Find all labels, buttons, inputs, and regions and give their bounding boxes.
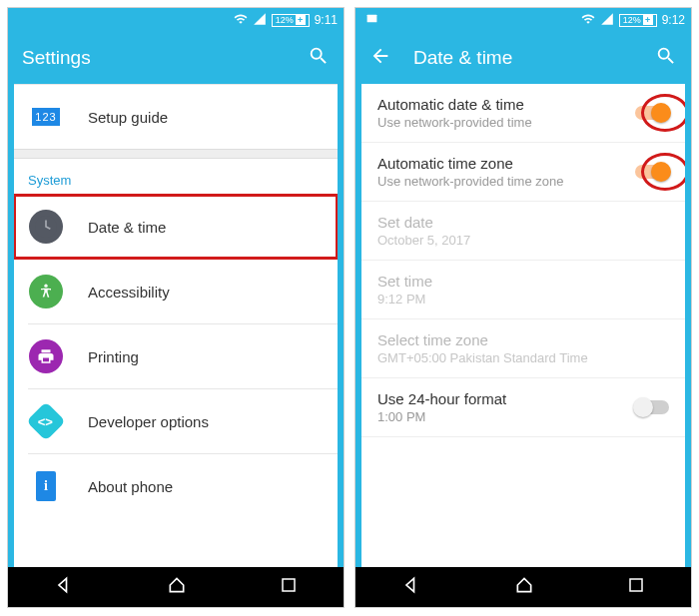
system-header: System <box>14 159 338 195</box>
setup-guide-label: Setup guide <box>88 109 168 126</box>
page-title: Date & time <box>413 47 512 69</box>
date-time-item[interactable]: Date & time <box>14 195 338 259</box>
cell-signal-icon <box>600 12 614 29</box>
setup-guide-icon: 123 <box>28 99 64 135</box>
row-sub: October 5, 2017 <box>377 233 669 248</box>
use-24-hour-row[interactable]: Use 24-hour format 1:00 PM <box>361 378 685 436</box>
battery-indicator: 12% + <box>272 14 310 27</box>
charging-icon: + <box>643 15 653 25</box>
back-icon[interactable] <box>401 575 421 599</box>
home-icon[interactable] <box>514 575 534 599</box>
svg-rect-4 <box>630 579 642 591</box>
battery-percent: 12% <box>623 15 641 26</box>
svg-rect-2 <box>283 579 295 591</box>
automatic-date-time-row[interactable]: Automatic date & time Use network-provid… <box>361 84 685 142</box>
recents-icon[interactable] <box>627 576 645 598</box>
about-phone-item[interactable]: i About phone <box>14 454 338 518</box>
status-bar: 12% + 9:11 <box>8 8 344 32</box>
status-bar: 12% + 9:12 <box>355 8 691 32</box>
app-bar: Settings <box>8 32 344 84</box>
clock: 9:12 <box>662 13 685 27</box>
cell-signal-icon <box>253 12 267 29</box>
battery-indicator: 12% + <box>619 14 657 27</box>
accessibility-item[interactable]: Accessibility <box>14 260 338 323</box>
date-time-list: Automatic date & time Use network-provid… <box>361 84 685 567</box>
automatic-time-zone-row[interactable]: Automatic time zone Use network-provided… <box>361 143 685 201</box>
about-phone-label: About phone <box>88 478 173 495</box>
search-icon[interactable] <box>655 45 677 71</box>
row-title: Automatic date & time <box>377 96 635 113</box>
about-phone-icon: i <box>28 468 64 504</box>
select-time-zone-row: Select time zone GMT+05:00 Pakistan Stan… <box>361 319 685 377</box>
svg-point-1 <box>44 285 47 288</box>
search-icon[interactable] <box>308 45 330 71</box>
screenshot-icon <box>365 12 378 28</box>
wifi-icon <box>581 12 595 29</box>
row-title: Use 24-hour format <box>377 390 635 407</box>
row-sub: GMT+05:00 Pakistan Standard Time <box>377 350 669 365</box>
charging-icon: + <box>296 15 306 25</box>
row-title: Set date <box>377 214 669 231</box>
nav-bar <box>8 567 344 607</box>
printing-icon <box>28 338 64 374</box>
date-time-label: Date & time <box>88 219 166 236</box>
setup-guide-item[interactable]: 123 Setup guide <box>14 85 338 149</box>
developer-label: Developer options <box>88 413 209 430</box>
row-sub: 9:12 PM <box>377 292 669 307</box>
recents-icon[interactable] <box>280 576 298 598</box>
printing-item[interactable]: Printing <box>14 324 338 388</box>
row-title: Set time <box>377 273 669 290</box>
svg-rect-3 <box>367 15 377 23</box>
set-time-row: Set time 9:12 PM <box>361 261 685 318</box>
use-24-hour-switch[interactable] <box>635 400 669 414</box>
app-bar: Date & time <box>355 32 691 84</box>
printing-label: Printing <box>88 348 139 365</box>
row-sub: Use network-provided time <box>377 115 635 130</box>
page-title: Settings <box>22 47 91 69</box>
automatic-time-zone-switch[interactable] <box>635 165 669 179</box>
settings-screen: 12% + 9:11 Settings 123 Setup guide Syst… <box>8 8 344 607</box>
set-date-row: Set date October 5, 2017 <box>361 202 685 260</box>
back-arrow-icon[interactable] <box>369 45 391 71</box>
home-icon[interactable] <box>167 575 187 599</box>
settings-list: 123 Setup guide System Date & time Acces… <box>14 84 338 567</box>
wifi-icon <box>234 12 248 29</box>
row-sub: 1:00 PM <box>377 409 635 424</box>
developer-options-item[interactable]: <> Developer options <box>14 389 338 453</box>
developer-icon: <> <box>28 403 64 439</box>
clock-icon <box>28 209 64 245</box>
back-icon[interactable] <box>54 575 74 599</box>
row-sub: Use network-provided time zone <box>377 174 635 189</box>
accessibility-label: Accessibility <box>88 284 170 301</box>
row-title: Automatic time zone <box>377 155 635 172</box>
clock: 9:11 <box>315 13 338 27</box>
row-title: Select time zone <box>377 331 669 348</box>
battery-percent: 12% <box>276 15 294 26</box>
date-time-screen: 12% + 9:12 Date & time Automatic date & … <box>355 8 691 607</box>
nav-bar <box>355 567 691 607</box>
automatic-date-time-switch[interactable] <box>635 106 669 120</box>
accessibility-icon <box>28 274 64 309</box>
